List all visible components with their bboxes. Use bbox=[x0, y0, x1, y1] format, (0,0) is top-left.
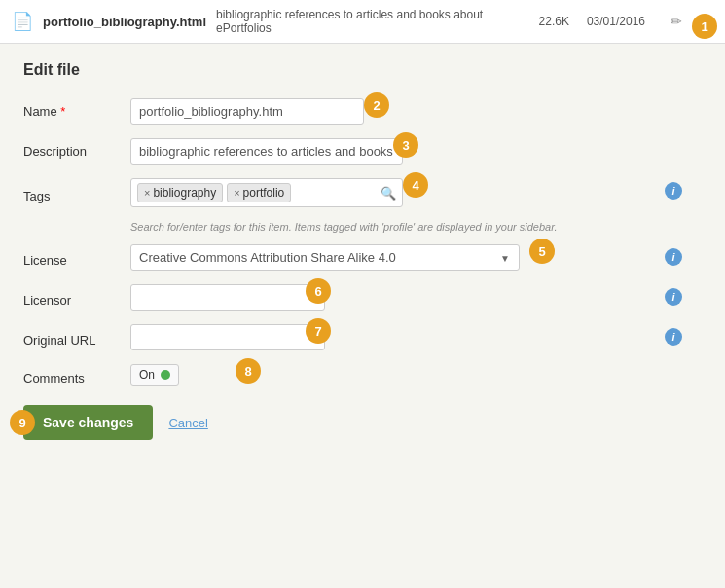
comments-state-label: On bbox=[139, 368, 155, 382]
remove-bibliography-tag[interactable]: × bbox=[144, 187, 150, 199]
comments-label: Comments bbox=[23, 365, 130, 386]
tags-container[interactable]: × bibliography × portfolio 🔍 bbox=[130, 178, 403, 207]
description-input[interactable] bbox=[130, 138, 403, 165]
license-row: License Creative Commons Attribution Sha… bbox=[23, 244, 702, 271]
license-info-icon[interactable]: i bbox=[665, 248, 682, 266]
badge-4: 4 bbox=[403, 172, 428, 198]
original-url-label: Original URL bbox=[23, 327, 130, 348]
licensor-info-icon[interactable]: i bbox=[665, 288, 682, 306]
tags-search-icon: 🔍 bbox=[381, 186, 396, 201]
file-icon: 📄 bbox=[12, 11, 33, 32]
form-actions: 9 Save changes Cancel bbox=[23, 405, 702, 440]
tag-portfolio: × portfolio bbox=[227, 183, 291, 202]
license-select-wrapper: Creative Commons Attribution Share Alike… bbox=[130, 244, 520, 271]
comments-row: Comments On 8 bbox=[23, 364, 702, 386]
badge-3: 3 bbox=[393, 132, 418, 158]
comments-toggle[interactable]: On bbox=[130, 364, 179, 386]
file-name: portfolio_bibliography.html bbox=[43, 15, 206, 29]
tags-label: Tags bbox=[23, 183, 130, 203]
badge-1: 1 bbox=[692, 14, 717, 39]
name-input[interactable] bbox=[130, 98, 364, 125]
section-title: Edit file bbox=[23, 61, 702, 79]
badge-9: 9 bbox=[10, 410, 35, 435]
license-select[interactable]: Creative Commons Attribution Share Alike… bbox=[130, 244, 520, 271]
edit-file-button[interactable]: ✏ bbox=[667, 12, 686, 31]
tag-portfolio-label: portfolio bbox=[243, 186, 285, 200]
cancel-button[interactable]: Cancel bbox=[168, 416, 207, 430]
badge-2: 2 bbox=[364, 92, 389, 118]
tag-bibliography: × bibliography bbox=[137, 183, 223, 202]
original-url-info-icon[interactable]: i bbox=[665, 328, 682, 346]
file-date: 03/01/2016 bbox=[587, 15, 645, 28]
file-size: 22.6K bbox=[539, 15, 569, 28]
original-url-row: Original URL 7 i bbox=[23, 324, 702, 350]
file-header: 📄 portfolio_bibliography.html bibliograp… bbox=[0, 0, 725, 44]
main-content: Edit file Name * 2 Description 3 Tags × … bbox=[0, 44, 725, 459]
license-label: License bbox=[23, 247, 130, 268]
description-label: Description bbox=[23, 138, 130, 159]
badge-7: 7 bbox=[306, 318, 331, 344]
save-changes-button[interactable]: Save changes bbox=[23, 405, 153, 440]
badge-6: 6 bbox=[306, 278, 331, 304]
licensor-label: Licensor bbox=[23, 287, 130, 308]
file-description: bibliographic references to articles and… bbox=[216, 8, 529, 35]
tags-info-icon[interactable]: i bbox=[665, 182, 682, 200]
toggle-dot-icon bbox=[161, 370, 170, 380]
description-row: Description 3 bbox=[23, 138, 702, 165]
name-label: Name * bbox=[23, 98, 130, 119]
original-url-input[interactable] bbox=[130, 324, 325, 350]
tags-row: Tags × bibliography × portfolio 🔍 4 i bbox=[23, 178, 702, 207]
badge-8: 8 bbox=[236, 358, 261, 384]
licensor-row: Licensor 6 i bbox=[23, 284, 702, 311]
remove-portfolio-tag[interactable]: × bbox=[234, 187, 239, 199]
name-row: Name * 2 bbox=[23, 98, 702, 125]
badge-5: 5 bbox=[529, 239, 555, 264]
licensor-input[interactable] bbox=[130, 284, 325, 311]
tag-bibliography-label: bibliography bbox=[153, 186, 216, 200]
tags-hint: Search for/enter tags for this item. Ite… bbox=[130, 221, 702, 233]
